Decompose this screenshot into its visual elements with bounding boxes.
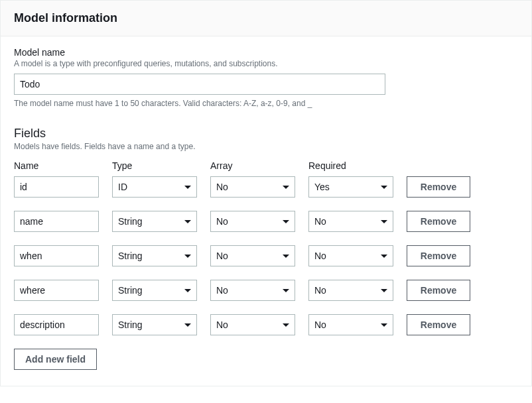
field-array-select-value[interactable]: No: [210, 280, 295, 301]
field-name-input[interactable]: [14, 211, 99, 232]
field-array-select-value[interactable]: No: [210, 314, 295, 335]
field-row: StringNoNoRemove: [14, 211, 518, 232]
field-type-select-value[interactable]: String: [112, 211, 197, 232]
field-name-input[interactable]: [14, 245, 99, 266]
model-name-label: Model name: [14, 47, 518, 58]
field-required-select[interactable]: No: [308, 211, 393, 232]
col-header-name: Name: [14, 160, 99, 171]
panel-header: Model information: [1, 1, 531, 36]
field-type-select-value[interactable]: ID: [112, 176, 197, 198]
field-required-select-value[interactable]: Yes: [308, 176, 393, 198]
remove-field-button[interactable]: Remove: [407, 314, 470, 335]
field-required-select-value[interactable]: No: [308, 211, 393, 232]
field-required-select[interactable]: No: [308, 314, 393, 335]
field-name-input[interactable]: [14, 280, 99, 301]
field-type-select[interactable]: String: [112, 211, 197, 232]
model-info-panel: Model information Model name A model is …: [0, 0, 532, 386]
add-new-field-button[interactable]: Add new field: [14, 349, 97, 370]
field-array-select-value[interactable]: No: [210, 211, 295, 232]
panel-title: Model information: [14, 11, 518, 25]
model-name-group: Model name A model is a type with precon…: [14, 47, 518, 108]
remove-field-button[interactable]: Remove: [407, 280, 470, 301]
col-header-type: Type: [112, 160, 197, 171]
field-type-select[interactable]: ID: [112, 176, 197, 198]
field-required-select[interactable]: Yes: [308, 176, 393, 198]
field-type-select-value[interactable]: String: [112, 280, 197, 301]
field-type-select-value[interactable]: String: [112, 314, 197, 335]
field-array-select[interactable]: No: [210, 211, 295, 232]
field-row: StringNoNoRemove: [14, 245, 518, 266]
field-array-select[interactable]: No: [210, 245, 295, 266]
field-row: IDNoYesRemove: [14, 176, 518, 198]
field-array-select[interactable]: No: [210, 176, 295, 198]
fields-title: Fields: [14, 127, 518, 141]
model-name-hint: The model name must have 1 to 50 charact…: [14, 99, 518, 108]
field-name-input[interactable]: [14, 314, 99, 335]
field-type-select-value[interactable]: String: [112, 245, 197, 266]
field-row: StringNoNoRemove: [14, 280, 518, 301]
fields-desc: Models have fields. Fields have a name a…: [14, 142, 518, 151]
add-field-row: Add new field: [14, 349, 518, 370]
col-header-array: Array: [210, 160, 295, 171]
field-required-select[interactable]: No: [308, 245, 393, 266]
field-row: StringNoNoRemove: [14, 314, 518, 335]
field-type-select[interactable]: String: [112, 280, 197, 301]
field-array-select[interactable]: No: [210, 280, 295, 301]
model-name-desc: A model is a type with preconfigured que…: [14, 59, 518, 68]
remove-field-button[interactable]: Remove: [407, 245, 470, 266]
panel-content: Model name A model is a type with precon…: [1, 36, 531, 386]
field-required-select[interactable]: No: [308, 280, 393, 301]
remove-field-button[interactable]: Remove: [407, 176, 470, 198]
remove-field-button[interactable]: Remove: [407, 211, 470, 232]
field-array-select-value[interactable]: No: [210, 245, 295, 266]
field-required-select-value[interactable]: No: [308, 280, 393, 301]
field-required-select-value[interactable]: No: [308, 245, 393, 266]
field-required-select-value[interactable]: No: [308, 314, 393, 335]
field-type-select[interactable]: String: [112, 314, 197, 335]
field-type-select[interactable]: String: [112, 245, 197, 266]
field-array-select-value[interactable]: No: [210, 176, 295, 198]
model-name-input[interactable]: [14, 74, 385, 95]
field-array-select[interactable]: No: [210, 314, 295, 335]
field-name-input[interactable]: [14, 176, 99, 198]
fields-header-row: Name Type Array Required: [14, 160, 518, 171]
fields-section: Fields Models have fields. Fields have a…: [14, 127, 518, 370]
col-header-required: Required: [308, 160, 393, 171]
fields-rows: IDNoYesRemoveStringNoNoRemoveStringNoNoR…: [14, 176, 518, 335]
